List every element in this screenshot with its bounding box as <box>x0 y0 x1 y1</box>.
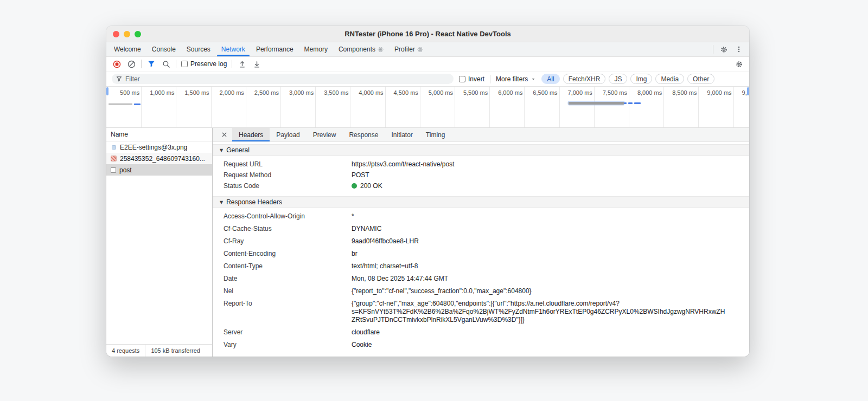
more-options-kebab-icon[interactable] <box>734 44 744 54</box>
request-row-post[interactable]: post <box>106 164 212 176</box>
status-bar: 4 requests 105 kB transferred <box>106 344 212 357</box>
header-value: * <box>352 212 749 221</box>
timeline-scroll-indicator-left <box>106 87 108 95</box>
main-tab-sources[interactable]: Sources <box>181 42 216 56</box>
timeline-gridline <box>524 87 525 127</box>
type-pill-all[interactable]: All <box>541 74 559 84</box>
timeline-gridline <box>489 87 490 127</box>
main-tab-network[interactable]: Network <box>216 42 251 56</box>
window-titlebar[interactable]: RNTester (iPhone 16 Pro) - React Native … <box>106 26 749 42</box>
header-rows-general: Request URLhttps://ptsv3.com/t/react-nat… <box>213 156 749 196</box>
header-value: {"group":"cf-nel","max_age":604800,"endp… <box>352 300 749 324</box>
status-ok-dot <box>352 183 357 189</box>
timeline-gridline <box>246 87 246 127</box>
main-tab-label: Sources <box>187 46 210 53</box>
section-header-general[interactable]: ▼General <box>213 144 749 156</box>
invert-checkbox[interactable]: Invert <box>459 75 484 83</box>
filter-toggle-icon[interactable] <box>146 59 156 69</box>
header-value: 200 OK <box>352 182 749 190</box>
request-row-258435352-648609743160[interactable]: 258435352_648609743160... <box>106 153 212 164</box>
header-name: Status Code <box>224 182 352 190</box>
detail-tab-response[interactable]: Response <box>342 128 385 141</box>
timeline-overview[interactable]: 500 ms1,000 ms1,500 ms2,000 ms2,500 ms3,… <box>106 86 749 128</box>
header-value: 9aad0f46ffbc0ae8-LHR <box>352 237 749 245</box>
type-pill-label: Other <box>693 75 709 83</box>
main-tab-components[interactable]: Components <box>333 42 389 56</box>
type-pill-img[interactable]: Img <box>630 74 652 84</box>
content-split: Name E2EE-settings@3x.png258435352_64860… <box>106 128 749 357</box>
header-row: DateMon, 08 Dec 2025 14:47:44 GMT <box>213 273 749 285</box>
search-icon[interactable] <box>161 59 171 69</box>
main-tab-label: Components <box>339 46 375 53</box>
network-settings-gear-icon[interactable] <box>734 59 744 69</box>
header-value: {"report_to":"cf-nel","success_fraction"… <box>352 287 749 295</box>
filter-placeholder: Filter <box>125 75 140 83</box>
main-tab-memory[interactable]: Memory <box>299 42 333 56</box>
main-tab-label: Network <box>221 46 245 53</box>
transferred-size: 105 kB transferred <box>145 347 206 354</box>
record-network-log-button[interactable] <box>112 59 122 69</box>
name-column-header[interactable]: Name <box>106 128 212 141</box>
resource-type-pills: AllFetch/XHRJSImgMediaOther <box>541 74 714 84</box>
detail-tab-payload[interactable]: Payload <box>270 128 306 141</box>
preserve-log-checkbox[interactable]: Preserve log <box>181 60 227 68</box>
section-header-response-headers[interactable]: ▼Response Headers <box>213 196 749 208</box>
close-detail-icon[interactable] <box>219 130 229 140</box>
header-name: Content-Encoding <box>224 250 352 258</box>
header-row: Access-Control-Allow-Origin* <box>213 210 749 223</box>
header-value: DYNAMIC <box>352 225 749 233</box>
detail-tab-label: Initiator <box>391 131 412 139</box>
type-pill-media[interactable]: Media <box>655 74 684 84</box>
react-icon <box>378 47 384 53</box>
detail-tab-headers[interactable]: Headers <box>232 128 270 141</box>
waterfall-bar-segment <box>634 102 641 104</box>
header-value: POST <box>352 171 749 179</box>
main-tab-console[interactable]: Console <box>146 42 181 56</box>
main-tab-welcome[interactable]: Welcome <box>108 42 146 56</box>
header-row: Content-Encodingbr <box>213 248 749 260</box>
name-column-label: Name <box>111 131 128 138</box>
main-tab-label: Welcome <box>114 46 141 53</box>
clear-network-log-button[interactable] <box>126 59 136 69</box>
minimize-window-button[interactable] <box>124 31 130 37</box>
timeline-tick-label: 1,000 ms <box>150 89 174 96</box>
header-name: Access-Control-Allow-Origin <box>224 212 352 221</box>
timeline-gridline <box>733 87 734 127</box>
export-har-icon[interactable] <box>252 59 261 69</box>
detail-tab-initiator[interactable]: Initiator <box>385 128 419 141</box>
timeline-tick-label: 8,000 ms <box>637 89 662 96</box>
close-window-button[interactable] <box>113 31 119 37</box>
import-har-icon[interactable] <box>237 59 247 69</box>
headers-panel: ▼GeneralRequest URLhttps://ptsv3.com/t/r… <box>213 142 749 357</box>
header-value: Mon, 08 Dec 2025 14:47:44 GMT <box>352 275 749 283</box>
document-icon <box>111 167 116 173</box>
request-row-e2ee-settings-3x-png[interactable]: E2EE-settings@3x.png <box>106 141 212 153</box>
main-tab-performance[interactable]: Performance <box>251 42 299 56</box>
header-row: Request URLhttps://ptsv3.com/t/react-nat… <box>213 159 749 170</box>
filter-input[interactable]: Filter <box>112 74 454 84</box>
main-tab-label: Performance <box>256 46 293 53</box>
waterfall-bar <box>108 104 132 105</box>
detail-tab-preview[interactable]: Preview <box>307 128 343 141</box>
detail-tab-timing[interactable]: Timing <box>419 128 452 141</box>
type-pill-label: JS <box>614 75 622 83</box>
request-count: 4 requests <box>106 347 145 354</box>
type-pill-fetch-xhr[interactable]: Fetch/XHR <box>563 74 606 84</box>
more-filters-dropdown[interactable]: More filters <box>496 75 536 83</box>
timeline-gridline <box>280 87 281 127</box>
detail-tabs: HeadersPayloadPreviewResponseInitiatorTi… <box>213 128 749 142</box>
type-pill-other[interactable]: Other <box>687 74 714 84</box>
settings-gear-icon[interactable] <box>719 44 729 54</box>
devtools-window: RNTester (iPhone 16 Pro) - React Native … <box>106 26 749 357</box>
header-row: VaryCookie <box>213 339 749 351</box>
react-icon <box>417 47 423 53</box>
main-tab-profiler[interactable]: Profiler <box>389 42 429 56</box>
zoom-window-button[interactable] <box>135 31 141 37</box>
timeline-tick-label: 3,000 ms <box>289 89 314 96</box>
header-row: Content-Typetext/html; charset=utf-8 <box>213 260 749 273</box>
type-pill-js[interactable]: JS <box>609 74 627 84</box>
header-name: Server <box>224 328 352 337</box>
main-tab-bar-right <box>707 42 749 56</box>
timeline-tick-label: 2,500 ms <box>254 89 279 96</box>
header-name: Cf-Cache-Status <box>224 225 352 233</box>
